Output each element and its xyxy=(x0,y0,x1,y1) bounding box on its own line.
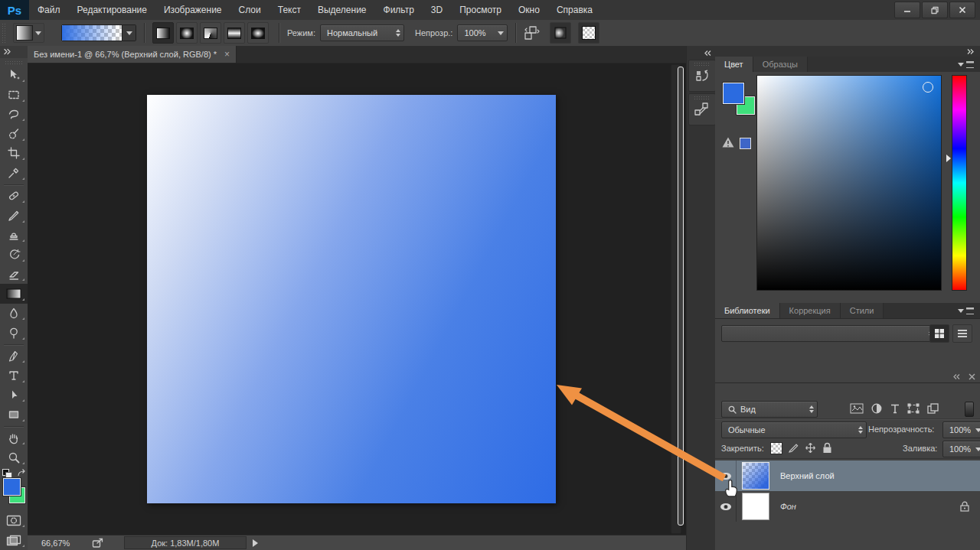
opacity-select[interactable]: 100% xyxy=(457,24,508,41)
rectangular-marquee-tool[interactable] xyxy=(0,85,28,105)
layer-filter-switch[interactable] xyxy=(965,402,974,417)
tools-panel-grip[interactable] xyxy=(5,60,23,64)
gradient-preview[interactable] xyxy=(62,25,122,41)
list-view-button[interactable] xyxy=(952,324,972,343)
quick-mask-button[interactable] xyxy=(0,511,28,531)
menu-view[interactable]: Просмотр xyxy=(451,0,510,20)
pen-tool[interactable] xyxy=(0,347,28,366)
zoom-tool[interactable] xyxy=(0,447,28,467)
tab-close-icon[interactable]: × xyxy=(224,50,230,59)
tab-adjustments[interactable]: Коррекция xyxy=(780,303,841,318)
blend-mode-select[interactable]: Нормальный xyxy=(320,24,404,41)
properties-panel-button[interactable] xyxy=(688,93,716,125)
radial-gradient-button[interactable] xyxy=(176,22,198,44)
eyedropper-tool[interactable] xyxy=(0,163,28,183)
close-button[interactable] xyxy=(949,2,975,18)
color-panel-menu-button[interactable] xyxy=(958,61,974,68)
rectangle-shape-tool[interactable] xyxy=(0,405,28,425)
hue-slider[interactable] xyxy=(946,155,951,162)
reverse-gradient-toggle[interactable] xyxy=(524,25,541,41)
filter-shape-layers-icon[interactable] xyxy=(907,403,920,414)
brush-tool[interactable] xyxy=(0,206,28,226)
blur-tool[interactable] xyxy=(0,304,28,324)
tab-libraries[interactable]: Библиотеки xyxy=(715,303,780,318)
layer-thumbnail-white[interactable] xyxy=(742,493,769,520)
layer-visibility-toggle[interactable] xyxy=(715,491,737,522)
lock-all-icon[interactable] xyxy=(822,442,832,454)
type-tool[interactable] xyxy=(0,366,28,386)
clone-stamp-tool[interactable] xyxy=(0,226,28,246)
default-colors-icon[interactable] xyxy=(2,469,11,478)
collapse-icon[interactable] xyxy=(952,373,961,380)
lock-pixels-icon[interactable] xyxy=(788,442,799,454)
color-field-cursor[interactable] xyxy=(923,82,933,93)
menu-window[interactable]: Окно xyxy=(510,0,548,20)
menu-edit[interactable]: Редактирование xyxy=(69,0,155,20)
menu-3d[interactable]: 3D xyxy=(423,0,451,20)
status-menu-arrow-icon[interactable] xyxy=(253,539,258,547)
expand-panels-icon[interactable] xyxy=(966,48,975,55)
collapse-panels-icon[interactable] xyxy=(703,50,712,57)
tab-styles[interactable]: Стили xyxy=(841,303,884,318)
diamond-gradient-button[interactable] xyxy=(247,22,269,44)
layer-opacity-select[interactable]: 100% xyxy=(942,421,980,438)
library-select[interactable] xyxy=(721,325,937,342)
reflected-gradient-button[interactable] xyxy=(224,22,245,44)
lock-transparency-icon[interactable] xyxy=(770,442,782,454)
history-brush-tool[interactable] xyxy=(0,245,28,265)
layer-thumbnail-gradient[interactable] xyxy=(742,462,769,490)
hue-bar[interactable] xyxy=(952,75,967,291)
healing-brush-tool[interactable] xyxy=(0,187,28,207)
layer-name[interactable]: Верхний слой xyxy=(780,471,835,480)
scrollbar-thumb[interactable] xyxy=(678,67,684,526)
layer-visibility-toggle[interactable] xyxy=(715,461,737,491)
layer-fill-select[interactable]: 100% xyxy=(942,441,980,457)
tab-color[interactable]: Цвет xyxy=(715,57,753,72)
menu-image[interactable]: Изображение xyxy=(155,0,230,20)
canvas-document[interactable] xyxy=(147,95,556,503)
filter-pixel-layers-icon[interactable] xyxy=(850,403,864,414)
filter-adjustment-layers-icon[interactable] xyxy=(871,403,882,414)
dither-toggle[interactable] xyxy=(550,22,571,44)
gradient-tool[interactable] xyxy=(0,284,28,304)
gamut-safe-color-swatch[interactable] xyxy=(740,138,751,149)
transparency-toggle[interactable] xyxy=(578,22,599,44)
menu-select[interactable]: Выделение xyxy=(309,0,375,20)
eraser-tool[interactable] xyxy=(0,265,28,285)
share-icon[interactable] xyxy=(92,538,104,548)
foreground-color-swatch[interactable] xyxy=(3,478,21,496)
menu-layers[interactable]: Слои xyxy=(230,0,270,20)
lasso-tool[interactable] xyxy=(0,105,28,125)
menu-filter[interactable]: Фильтр xyxy=(375,0,423,20)
grid-view-button[interactable] xyxy=(929,324,949,343)
angle-gradient-button[interactable] xyxy=(200,22,221,44)
panel-foreground-swatch[interactable] xyxy=(723,83,744,104)
layer-row-background[interactable]: Фон xyxy=(715,491,980,522)
tool-preset-picker[interactable] xyxy=(13,23,44,43)
hand-tool[interactable] xyxy=(0,428,28,448)
zoom-level-field[interactable]: 66,67% xyxy=(41,539,92,548)
blend-mode-layers-select[interactable]: Обычные xyxy=(721,421,867,438)
lock-position-icon[interactable] xyxy=(805,442,816,454)
gradient-editor-button[interactable] xyxy=(61,24,136,41)
tools-panel-header[interactable] xyxy=(0,46,28,58)
document-tab[interactable]: Без имени-1 @ 66,7% (Верхний слой, RGB/8… xyxy=(28,46,237,63)
layer-row-top[interactable]: Верхний слой xyxy=(715,461,980,491)
history-panel-button[interactable] xyxy=(688,60,716,92)
quick-selection-tool[interactable] xyxy=(0,124,28,144)
layer-filter-select[interactable]: Вид xyxy=(721,401,818,418)
gradient-picker-dropdown[interactable] xyxy=(122,25,136,41)
restore-button[interactable] xyxy=(922,2,948,18)
path-selection-tool[interactable] xyxy=(0,386,28,405)
linear-gradient-button[interactable] xyxy=(152,22,174,44)
dodge-tool[interactable] xyxy=(0,323,28,343)
close-panel-icon[interactable] xyxy=(969,373,975,380)
vertical-scrollbar[interactable] xyxy=(671,64,681,534)
screen-mode-button[interactable] xyxy=(0,530,28,550)
libraries-panel-menu-button[interactable] xyxy=(958,308,974,314)
layer-name[interactable]: Фон xyxy=(780,502,796,511)
tab-swatches[interactable]: Образцы xyxy=(753,57,808,72)
document-size-field[interactable]: Док: 1,83М/1,80М xyxy=(124,536,247,549)
options-bar-grip[interactable] xyxy=(2,23,7,43)
gamut-warning-icon[interactable] xyxy=(721,136,735,148)
